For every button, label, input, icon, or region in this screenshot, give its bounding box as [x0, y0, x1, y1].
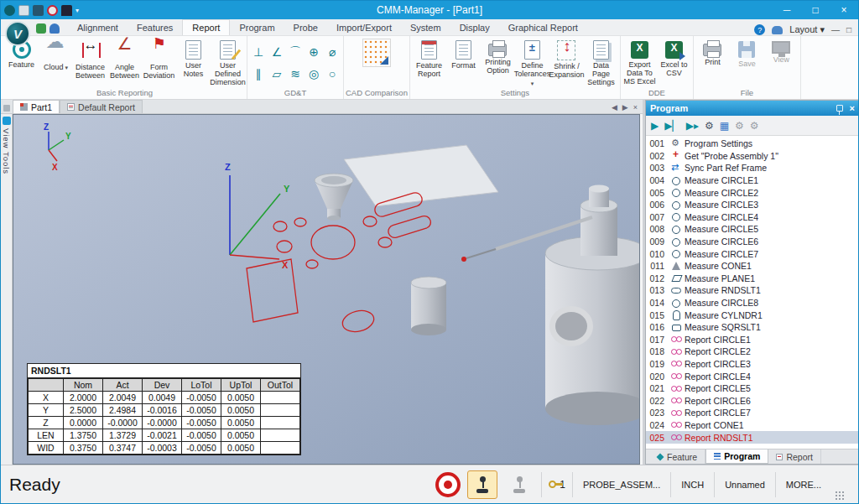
view-tools-strip[interactable]: View Tools [1, 114, 13, 465]
program-step[interactable]: 008Measure CIRCLE5 [646, 223, 859, 236]
gdt-symbol-button[interactable]: ◎ [305, 63, 323, 85]
scroll-tabs-left-button[interactable]: ◀ [612, 103, 617, 112]
units-field[interactable]: INCH [678, 480, 707, 490]
minimize-button[interactable]: ─ [773, 1, 801, 19]
probe-assembly-field[interactable]: PROBE_ASSEM... [580, 480, 664, 490]
program-step[interactable]: 017Report CIRCLE1 [646, 334, 859, 346]
help-icon[interactable]: ? [754, 24, 765, 35]
program-step[interactable]: 022Report CIRCLE6 [646, 394, 859, 407]
machine-option-2-button[interactable]: ⚙ [750, 121, 759, 131]
program-step[interactable]: 016Measure SQRSLT1 [646, 321, 859, 334]
cad-comparison-button[interactable] [359, 37, 393, 86]
cloud-button[interactable]: Cloud ▾ [39, 37, 73, 86]
more-button[interactable]: MORE... [783, 480, 825, 490]
feature-report-button[interactable]: Feature Report [412, 37, 446, 86]
program-step[interactable]: 011Measure CONE1 [646, 260, 859, 273]
printing-option-button[interactable]: Printing Option [481, 37, 515, 86]
tab-report[interactable]: Report [182, 19, 230, 35]
machine-mode-button[interactable] [504, 470, 534, 499]
program-step[interactable]: 018Report CIRCLE2 [646, 346, 859, 358]
program-step[interactable]: 007Measure CIRCLE4 [646, 211, 859, 224]
tab-import-export[interactable]: Import/Export [327, 19, 401, 35]
distance-between-button[interactable]: Distance Between [73, 37, 107, 86]
app-logo[interactable]: V [5, 21, 30, 46]
tab-features[interactable]: Features [128, 19, 182, 35]
program-step[interactable]: 023Report CIRCLE7 [646, 407, 859, 419]
gdt-symbol-button[interactable]: ∠ [268, 41, 286, 63]
program-step[interactable]: 006Measure CIRCLE3 [646, 199, 859, 211]
program-step[interactable]: 012Measure PLANE1 [646, 273, 859, 285]
resize-grip[interactable] [835, 491, 845, 501]
layout-selector[interactable]: Layout ▾ [789, 24, 825, 35]
program-step[interactable]: 019Report CIRCLE3 [646, 358, 859, 371]
data-page-settings-button[interactable]: Data Page Settings [584, 37, 618, 86]
program-step[interactable]: 009Measure CIRCLE6 [646, 236, 859, 248]
gdt-symbol-button[interactable]: ⌒ [286, 41, 305, 63]
gdt-symbol-button[interactable]: ⊕ [305, 41, 323, 63]
tab-display[interactable]: Display [450, 19, 499, 35]
program-step[interactable]: 010Measure CIRCLE7 [646, 247, 859, 260]
form-deviation-button[interactable]: Form Deviation [142, 37, 176, 86]
tab-program[interactable]: Program [230, 19, 284, 35]
panel-tab-program[interactable]: Program [705, 449, 768, 464]
program-step[interactable]: 020Report CIRCLE4 [646, 370, 859, 382]
3d-viewport[interactable]: Z Y X Z Y X [13, 114, 640, 465]
user-notes-button[interactable]: User Notes [176, 37, 211, 86]
print-button[interactable]: Print [695, 37, 730, 86]
joystick-mode-button[interactable] [467, 470, 497, 499]
close-button[interactable]: × [830, 1, 858, 19]
gdt-symbol-button[interactable]: ≋ [286, 63, 305, 85]
step-settings-button[interactable]: ⚙ [705, 121, 714, 131]
program-step[interactable]: 013Measure RNDSLT1 [646, 284, 859, 297]
run-to-end-button[interactable]: ▶▏ [664, 121, 679, 131]
user-defined-dimension-button[interactable]: User Defined Dimension [211, 37, 245, 86]
data-grid-button[interactable]: ▦ [720, 121, 729, 131]
program-step[interactable]: 002Get "Probe Assembly 1" [646, 150, 859, 163]
tab-graphical-report[interactable]: Graphical Report [499, 19, 587, 35]
qat-dropdown-icon[interactable]: ▾ [75, 7, 79, 14]
users-icon[interactable] [772, 26, 783, 34]
tab-alignment[interactable]: Alignment [68, 19, 128, 35]
program-step[interactable]: 004Measure CIRCLE1 [646, 174, 859, 187]
probe-tip-indicator[interactable]: 1 [549, 479, 565, 491]
doc-tab-part1[interactable]: Part1 [13, 100, 60, 113]
close-document-button[interactable]: × [633, 103, 638, 112]
format-button[interactable]: Format [446, 37, 481, 86]
program-step[interactable]: 025Report RNDSLT1 [646, 431, 859, 444]
float-ribbon-button[interactable]: □ [846, 25, 851, 34]
program-step[interactable]: 015Measure CYLNDR1 [646, 309, 859, 321]
part-name-field[interactable]: Unnamed [721, 480, 768, 490]
doc-tab-default-report[interactable]: Default Report [60, 100, 143, 113]
pin-icon[interactable] [836, 105, 843, 112]
program-step[interactable]: 021Report CIRCLE5 [646, 382, 859, 395]
machine-option-1-button[interactable]: ⚙ [735, 121, 744, 131]
gdt-symbol-button[interactable]: ⌀ [323, 41, 341, 63]
program-step[interactable]: 005Measure CIRCLE2 [646, 186, 859, 199]
shrink-expansion-button[interactable]: Shrink / Expansion [549, 37, 584, 86]
panel-tab-report[interactable]: Report [768, 449, 821, 464]
program-step[interactable]: 024Report CONE1 [646, 419, 859, 432]
gdt-symbol-button[interactable]: ∥ [249, 63, 268, 85]
save-quick-icon[interactable] [33, 5, 44, 16]
export-data-to-ms-excel-button[interactable]: Export Data To MS Excel [622, 37, 657, 86]
minimize-ribbon-button[interactable]: — [831, 25, 840, 34]
program-step[interactable]: 014Measure CIRCLE8 [646, 297, 859, 309]
program-step[interactable]: 003Sync Part Ref Frame [646, 162, 859, 174]
program-step[interactable]: 001Program Settings [646, 138, 859, 150]
tab-probe[interactable]: Probe [284, 19, 327, 35]
excel-to-csv-button[interactable]: Excel to CSV [657, 37, 691, 86]
probe-status-icon[interactable] [36, 23, 46, 34]
run-program-button[interactable]: ▶ [651, 121, 659, 131]
scroll-tabs-right-button[interactable]: ▶ [622, 103, 628, 112]
joystick-quick-icon[interactable] [61, 5, 72, 16]
gdt-symbol-button[interactable]: ○ [323, 63, 341, 85]
gdt-symbol-button[interactable]: ⊥ [249, 41, 268, 63]
define-tolerances-button[interactable]: Define Tolerances ▾ [515, 37, 549, 88]
tab-system[interactable]: System [401, 19, 450, 35]
run-from-cursor-button[interactable]: ▶▸ [686, 121, 699, 131]
gdt-symbol-button[interactable]: ▱ [268, 63, 286, 85]
emergency-stop-button[interactable] [435, 472, 461, 497]
panel-close-icon[interactable]: × [850, 103, 855, 113]
angle-between-button[interactable]: Angle Between [107, 37, 142, 86]
viewport-quick-icon[interactable] [18, 5, 29, 16]
